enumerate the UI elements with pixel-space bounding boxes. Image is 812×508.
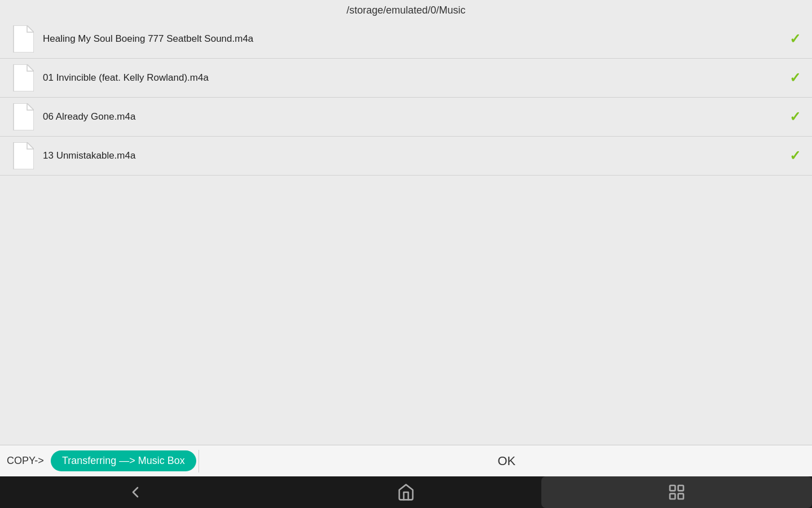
check-icon: ✓ — [789, 148, 801, 164]
file-icon — [11, 103, 34, 130]
file-list: Healing My Soul Boeing 777 Seatbelt Soun… — [0, 20, 812, 176]
check-icon: ✓ — [789, 109, 801, 125]
list-item[interactable]: 06 Already Gone.m4a✓ — [0, 98, 812, 137]
divider — [198, 450, 199, 472]
svg-rect-1 — [678, 485, 683, 491]
recents-icon — [668, 483, 686, 501]
home-button[interactable] — [271, 476, 541, 508]
svg-rect-0 — [670, 485, 675, 491]
file-name: 13 Unmistakable.m4a — [43, 150, 784, 161]
file-icon — [11, 142, 34, 169]
copy-label: COPY-> — [0, 455, 51, 467]
bottom-action-bar: COPY-> Transferring —> Music Box OK — [0, 445, 812, 476]
check-icon: ✓ — [789, 31, 801, 47]
file-name: 01 Invincible (feat. Kelly Rowland).m4a — [43, 72, 784, 84]
ok-button[interactable]: OK — [201, 454, 812, 468]
check-icon: ✓ — [789, 70, 801, 86]
file-icon — [11, 25, 34, 52]
list-item[interactable]: 13 Unmistakable.m4a✓ — [0, 137, 812, 176]
file-icon — [11, 64, 34, 91]
back-button[interactable] — [0, 476, 271, 508]
home-icon — [397, 483, 415, 501]
transfer-badge: Transferring —> Music Box — [51, 450, 196, 471]
path-header: /storage/emulated/0/Music — [0, 0, 812, 20]
svg-rect-2 — [670, 494, 675, 499]
back-icon — [126, 483, 144, 501]
svg-rect-3 — [678, 494, 683, 499]
main-content: /storage/emulated/0/Music Healing My Sou… — [0, 0, 812, 463]
list-item[interactable]: Healing My Soul Boeing 777 Seatbelt Soun… — [0, 20, 812, 59]
file-name: 06 Already Gone.m4a — [43, 111, 784, 122]
recents-button[interactable] — [541, 476, 812, 508]
nav-bar — [0, 476, 812, 508]
file-name: Healing My Soul Boeing 777 Seatbelt Soun… — [43, 33, 784, 45]
list-item[interactable]: 01 Invincible (feat. Kelly Rowland).m4a✓ — [0, 59, 812, 98]
